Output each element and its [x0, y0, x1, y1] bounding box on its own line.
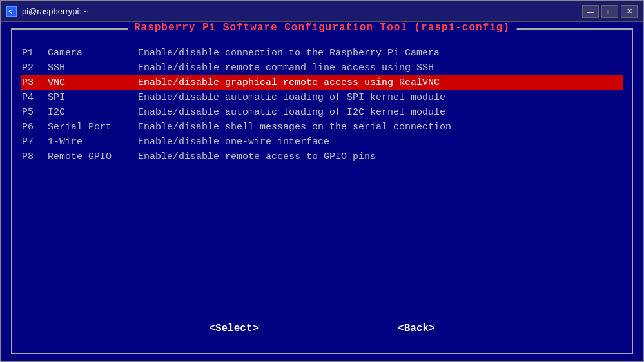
close-button[interactable]: ✕: [621, 5, 638, 18]
menu-item-name: I2C: [48, 107, 138, 118]
menu-item-p1[interactable]: P1CameraEnable/disable connection to the…: [22, 46, 622, 61]
title-bar-controls: — □ ✕: [582, 5, 638, 18]
title-bar-left: $ pi@raspberrypi: ~: [6, 6, 88, 17]
menu-items: P1CameraEnable/disable connection to the…: [22, 39, 622, 307]
menu-item-id: P2: [22, 62, 48, 73]
menu-item-name: SSH: [48, 62, 138, 73]
menu-item-desc: Enable/disable graphical remote access u…: [138, 77, 440, 88]
menu-item-id: P6: [22, 122, 48, 133]
menu-item-id: P4: [22, 92, 48, 103]
menu-item-desc: Enable/disable shell messages on the ser…: [138, 122, 451, 133]
terminal-content: Raspberry Pi Software Configuration Tool…: [1, 22, 643, 361]
menu-item-id: P8: [22, 151, 48, 162]
menu-item-name: Serial Port: [48, 122, 138, 133]
menu-item-name: SPI: [48, 92, 138, 103]
menu-item-desc: Enable/disable automatic loading of I2C …: [138, 107, 445, 118]
maximize-button[interactable]: □: [601, 5, 618, 18]
select-button[interactable]: <Select>: [204, 320, 264, 337]
menu-item-desc: Enable/disable remote access to GPIO pin…: [138, 151, 376, 162]
svg-text:$: $: [8, 9, 12, 15]
terminal-window: $ pi@raspberrypi: ~ — □ ✕ Raspberry Pi S…: [0, 0, 644, 362]
terminal-icon: $: [6, 6, 17, 17]
menu-item-p7[interactable]: P71-WireEnable/disable one-wire interfac…: [22, 135, 622, 149]
menu-item-p3[interactable]: P3VNCEnable/disable graphical remote acc…: [21, 75, 623, 90]
dialog-footer: <Select> <Back>: [22, 307, 622, 343]
menu-item-name: 1-Wire: [48, 137, 138, 148]
menu-item-name: Remote GPIO: [48, 151, 138, 162]
dialog-box: Raspberry Pi Software Configuration Tool…: [11, 28, 633, 354]
back-button[interactable]: <Back>: [393, 320, 440, 337]
dialog-title: Raspberry Pi Software Configuration Tool…: [128, 22, 516, 33]
menu-item-desc: Enable/disable remote command line acces…: [138, 62, 434, 73]
title-bar: $ pi@raspberrypi: ~ — □ ✕: [1, 1, 643, 22]
menu-item-p4[interactable]: P4SPIEnable/disable automatic loading of…: [22, 90, 622, 105]
menu-item-p2[interactable]: P2SSHEnable/disable remote command line …: [22, 61, 622, 75]
menu-item-id: P1: [22, 48, 48, 59]
menu-item-name: VNC: [48, 77, 138, 88]
menu-item-id: P7: [22, 137, 48, 148]
minimize-button[interactable]: —: [582, 5, 599, 18]
menu-item-p6[interactable]: P6Serial PortEnable/disable shell messag…: [22, 120, 622, 135]
menu-item-id: P5: [22, 107, 48, 118]
menu-item-desc: Enable/disable one-wire interface: [138, 137, 329, 148]
menu-item-p5[interactable]: P5I2CEnable/disable automatic loading of…: [22, 105, 622, 120]
menu-item-desc: Enable/disable automatic loading of SPI …: [138, 92, 445, 103]
menu-item-desc: Enable/disable connection to the Raspber…: [138, 48, 440, 59]
menu-item-id: P3: [22, 77, 48, 88]
menu-item-name: Camera: [48, 48, 138, 59]
window-title: pi@raspberrypi: ~: [22, 6, 88, 16]
menu-item-p8[interactable]: P8Remote GPIOEnable/disable remote acces…: [22, 149, 622, 164]
